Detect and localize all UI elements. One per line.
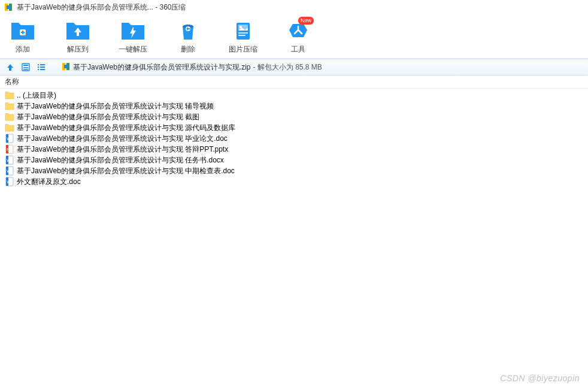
doc-icon: W xyxy=(5,166,14,176)
svg-text:W: W xyxy=(7,169,11,173)
file-name: 基于JavaWeb的健身俱乐部会员管理系统设计与实现 截图 xyxy=(17,111,199,122)
svg-rect-14 xyxy=(23,67,28,68)
folder-icon xyxy=(5,101,14,111)
path-display[interactable]: 基于JavaWeb的健身俱乐部会员管理系统设计与实现.zip - 解包大小为 8… xyxy=(61,62,322,73)
svg-text:W: W xyxy=(7,180,11,184)
svg-rect-17 xyxy=(40,64,45,65)
window-title: 基于JavaWeb的健身俱乐部会员管理系统... - 360压缩 xyxy=(17,2,186,13)
add-button[interactable]: 添加 xyxy=(5,20,41,55)
image-compress-button[interactable]: 图片压缩 xyxy=(225,20,261,55)
doc-icon: W xyxy=(5,134,14,143)
archive-size: - 解包大小为 85.8 MB xyxy=(253,62,322,73)
svg-rect-19 xyxy=(40,67,45,68)
ppt-icon: P xyxy=(5,144,14,154)
extract-label: 解压到 xyxy=(67,44,89,55)
delete-button[interactable]: 删除 xyxy=(170,20,206,55)
file-row[interactable]: W外文翻译及原文.doc xyxy=(5,176,583,187)
toolbar: 添加 解压到 一键解压 删除 xyxy=(0,14,588,59)
file-name: 基于JavaWeb的健身俱乐部会员管理系统设计与实现 中期检查表.doc xyxy=(17,165,235,176)
file-row[interactable]: 基于JavaWeb的健身俱乐部会员管理系统设计与实现 截图 xyxy=(5,111,583,122)
file-row[interactable]: 基于JavaWeb的健身俱乐部会员管理系统设计与实现 辅导视频 xyxy=(5,101,583,111)
file-row[interactable]: W基于JavaWeb的健身俱乐部会员管理系统设计与实现 任务书.docx xyxy=(5,155,583,165)
svg-rect-20 xyxy=(38,69,39,70)
doc-icon: W xyxy=(5,177,14,186)
image-compress-label: 图片压缩 xyxy=(229,44,257,55)
file-name: 外文翻译及原文.doc xyxy=(17,176,81,187)
file-name: 基于JavaWeb的健身俱乐部会员管理系统设计与实现 辅导视频 xyxy=(17,101,214,111)
column-name: 名称 xyxy=(5,77,19,87)
file-name: .. (上级目录) xyxy=(17,90,56,101)
file-name: 基于JavaWeb的健身俱乐部会员管理系统设计与实现 毕业论文.doc xyxy=(17,133,228,144)
view-detail-icon[interactable] xyxy=(20,62,31,73)
folder-icon xyxy=(5,112,14,122)
archive-name: 基于JavaWeb的健身俱乐部会员管理系统设计与实现.zip xyxy=(73,62,250,73)
svg-text:P: P xyxy=(7,147,10,152)
one-click-extract-button[interactable]: 一键解压 xyxy=(115,20,151,55)
up-arrow-icon[interactable] xyxy=(5,62,16,73)
app-icon xyxy=(4,2,13,12)
column-header[interactable]: 名称 xyxy=(0,76,588,89)
svg-rect-15 xyxy=(23,69,28,70)
svg-rect-10 xyxy=(238,32,248,34)
delete-icon xyxy=(175,20,201,41)
tools-label: 工具 xyxy=(291,44,305,55)
one-click-label: 一键解压 xyxy=(119,44,147,55)
image-compress-icon xyxy=(231,20,256,41)
new-badge: New xyxy=(298,17,314,25)
file-row[interactable]: 基于JavaWeb的健身俱乐部会员管理系统设计与实现 源代码及数据库 xyxy=(5,122,583,133)
folder-up-icon xyxy=(5,91,14,100)
file-row[interactable]: P基于JavaWeb的健身俱乐部会员管理系统设计与实现 答辩PPT.pptx xyxy=(5,144,583,155)
watermark: CSDN @biyezuopin xyxy=(500,373,580,383)
view-list-icon[interactable] xyxy=(36,62,47,73)
folder-icon xyxy=(5,123,14,132)
add-icon xyxy=(10,20,35,41)
svg-text:W: W xyxy=(7,137,11,141)
file-row[interactable]: .. (上级目录) xyxy=(5,90,583,101)
svg-rect-18 xyxy=(38,67,39,68)
file-name: 基于JavaWeb的健身俱乐部会员管理系统设计与实现 源代码及数据库 xyxy=(17,122,235,133)
add-label: 添加 xyxy=(16,44,30,55)
pathbar: 基于JavaWeb的健身俱乐部会员管理系统设计与实现.zip - 解包大小为 8… xyxy=(0,59,588,76)
one-click-icon xyxy=(120,20,146,41)
svg-rect-5 xyxy=(21,32,25,33)
file-row[interactable]: W基于JavaWeb的健身俱乐部会员管理系统设计与实现 毕业论文.doc xyxy=(5,133,583,144)
file-name: 基于JavaWeb的健身俱乐部会员管理系统设计与实现 任务书.docx xyxy=(17,155,224,165)
svg-rect-2 xyxy=(7,5,10,9)
extract-to-button[interactable]: 解压到 xyxy=(60,20,96,55)
extract-icon xyxy=(65,20,90,41)
svg-rect-11 xyxy=(238,35,245,36)
svg-point-9 xyxy=(240,26,242,28)
svg-rect-21 xyxy=(40,69,45,70)
titlebar: 基于JavaWeb的健身俱乐部会员管理系统... - 360压缩 xyxy=(0,0,588,14)
delete-label: 删除 xyxy=(181,44,195,55)
file-name: 基于JavaWeb的健身俱乐部会员管理系统设计与实现 答辩PPT.pptx xyxy=(17,144,228,155)
file-row[interactable]: W基于JavaWeb的健身俱乐部会员管理系统设计与实现 中期检查表.doc xyxy=(5,165,583,176)
svg-rect-16 xyxy=(38,64,39,65)
svg-text:W: W xyxy=(7,158,11,162)
archive-icon xyxy=(61,62,71,73)
file-list: .. (上级目录)基于JavaWeb的健身俱乐部会员管理系统设计与实现 辅导视频… xyxy=(0,89,588,188)
svg-rect-24 xyxy=(64,65,68,68)
tools-button[interactable]: New 工具 xyxy=(280,20,316,55)
svg-rect-13 xyxy=(23,65,28,66)
doc-icon: W xyxy=(5,155,14,165)
